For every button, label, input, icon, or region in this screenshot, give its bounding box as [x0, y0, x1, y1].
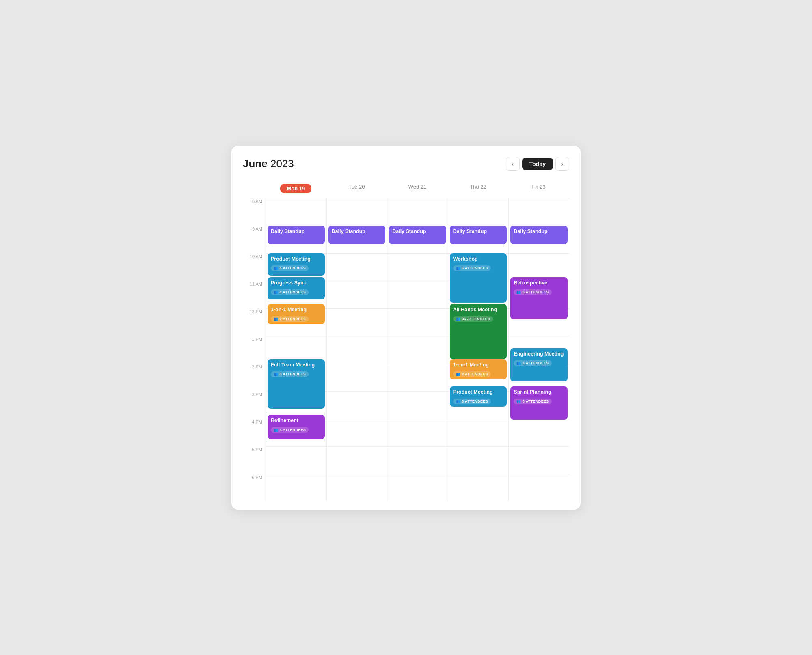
- calendar-container: June 2023 ‹ Today › Mon 19 Tue 20 Wed 21…: [231, 146, 581, 510]
- day-header-mon: Mon 19: [266, 181, 326, 198]
- calendar-body: 8 AM9 AM10 AM11 AM12 PM1 PM2 PM3 PM4 PM5…: [243, 198, 569, 502]
- event-title: Retrospective: [514, 280, 564, 286]
- day-col-thu: Daily StandupWorkshop👥 6 AttendeesAll Ha…: [448, 198, 509, 502]
- nav-controls: ‹ Today ›: [506, 157, 569, 171]
- attendees-badge: 👥 2 Attendees: [271, 316, 309, 322]
- calendar-event[interactable]: Product Meeting👥 6 Attendees: [450, 386, 507, 407]
- prev-button[interactable]: ‹: [506, 157, 520, 171]
- attendees-icon: 👥: [456, 399, 460, 403]
- attendees-badge: 👥 8 Attendees: [514, 289, 551, 295]
- event-title: Daily Standup: [453, 228, 504, 235]
- calendar-event[interactable]: Workshop👥 6 Attendees: [450, 253, 507, 303]
- attendees-badge: 👥 6 Attendees: [271, 265, 309, 271]
- calendar-event[interactable]: Daily Standup: [450, 226, 507, 244]
- event-title: Engineering Meeting: [514, 351, 564, 357]
- time-label: 1 PM: [243, 336, 266, 364]
- calendar-event[interactable]: Daily Standup: [328, 226, 386, 244]
- event-title: All Hands Meeting: [453, 307, 504, 313]
- attendees-icon: 👥: [274, 372, 278, 376]
- attendees-badge: 👥 3 Attendees: [514, 360, 551, 366]
- time-label: 6 PM: [243, 474, 266, 502]
- attendees-icon: 👥: [274, 290, 278, 294]
- event-title: 1-on-1 Meeting: [271, 307, 322, 313]
- event-title: Daily Standup: [271, 228, 322, 235]
- calendar-event[interactable]: Product Meeting👥 6 Attendees: [268, 253, 325, 276]
- attendees-icon: 👥: [274, 266, 278, 270]
- day-header-tue: Tue 20: [326, 181, 387, 198]
- calendar-event[interactable]: 1-on-1 Meeting👥 2 Attendees: [268, 304, 325, 324]
- year-label: 2023: [270, 157, 294, 170]
- event-title: Daily Standup: [514, 228, 564, 235]
- event-title: Refinement: [271, 418, 322, 424]
- event-title: Product Meeting: [453, 389, 504, 395]
- days-grid: Daily StandupProduct Meeting👥 6 Attendee…: [266, 198, 569, 502]
- time-label: 2 PM: [243, 364, 266, 391]
- day-headers: Mon 19 Tue 20 Wed 21 Thu 22 Fri 23: [243, 181, 569, 198]
- day-col-fri: Daily StandupRetrospective👥 8 AttendeesE…: [508, 198, 569, 502]
- attendees-badge: 👥 6 Attendees: [453, 399, 491, 404]
- attendees-badge: 👥 36 Attendees: [453, 316, 493, 322]
- event-title: Product Meeting: [271, 256, 322, 262]
- event-title: Workshop: [453, 256, 504, 262]
- attendees-icon: 👥: [516, 399, 521, 403]
- day-header-thu: Thu 22: [448, 181, 509, 198]
- event-title: Sprint Planning: [514, 389, 564, 395]
- time-label: 4 PM: [243, 419, 266, 446]
- calendar-event[interactable]: All Hands Meeting👥 36 Attendees: [450, 304, 507, 359]
- next-button[interactable]: ›: [555, 157, 569, 171]
- day-col-mon: Daily StandupProduct Meeting👥 6 Attendee…: [266, 198, 326, 502]
- attendees-badge: 👥 6 Attendees: [453, 265, 491, 271]
- event-title: Full Team Meeting: [271, 362, 322, 368]
- attendees-badge: 👥 3 Attendees: [271, 427, 309, 433]
- time-label: 11 AM: [243, 281, 266, 308]
- attendees-icon: 👥: [516, 361, 521, 365]
- time-label: 8 AM: [243, 198, 266, 226]
- calendar-event[interactable]: Daily Standup: [268, 226, 325, 244]
- attendees-icon: 👥: [274, 317, 278, 321]
- calendar-event[interactable]: Full Team Meeting👥 8 Attendees: [268, 359, 325, 409]
- time-label: 10 AM: [243, 253, 266, 281]
- today-pill: Mon 19: [280, 184, 311, 193]
- calendar-event[interactable]: Sprint Planning👥 8 Attendees: [510, 386, 568, 420]
- attendees-badge: 👥 4 Attendees: [271, 289, 309, 295]
- event-title: Daily Standup: [332, 228, 382, 235]
- calendar-event[interactable]: Refinement👥 3 Attendees: [268, 415, 325, 439]
- calendar-event[interactable]: Retrospective👥 8 Attendees: [510, 277, 568, 319]
- calendar-event[interactable]: Daily Standup: [510, 226, 568, 244]
- time-column: 8 AM9 AM10 AM11 AM12 PM1 PM2 PM3 PM4 PM5…: [243, 198, 266, 502]
- attendees-icon: 👥: [456, 266, 460, 270]
- attendees-badge: 👥 2 Attendees: [453, 371, 491, 377]
- calendar-event[interactable]: Progress Sync👥 4 Attendees: [268, 277, 325, 299]
- time-label: 3 PM: [243, 391, 266, 419]
- day-col-tue: Daily Standup: [326, 198, 387, 502]
- attendees-icon: 👥: [516, 290, 521, 294]
- calendar-title: June 2023: [243, 157, 294, 170]
- attendees-icon: 👥: [274, 428, 278, 432]
- month-label: June: [243, 157, 268, 170]
- calendar-event[interactable]: Daily Standup: [389, 226, 446, 244]
- time-label: 5 PM: [243, 446, 266, 474]
- event-title: Daily Standup: [392, 228, 443, 235]
- attendees-icon: 👥: [456, 317, 460, 321]
- calendar-event[interactable]: Engineering Meeting👥 3 Attendees: [510, 348, 568, 381]
- time-label: 12 PM: [243, 308, 266, 336]
- attendees-icon: 👥: [456, 372, 460, 376]
- day-header-wed: Wed 21: [387, 181, 448, 198]
- event-title: Progress Sync: [271, 280, 322, 286]
- calendar-event[interactable]: 1-on-1 Meeting👥 2 Attendees: [450, 359, 507, 379]
- attendees-badge: 👥 8 Attendees: [271, 371, 309, 377]
- attendees-badge: 👥 8 Attendees: [514, 399, 551, 404]
- day-col-wed: Daily Standup: [387, 198, 448, 502]
- event-title: 1-on-1 Meeting: [453, 362, 504, 368]
- today-button[interactable]: Today: [522, 158, 553, 170]
- calendar-header: June 2023 ‹ Today ›: [243, 157, 569, 171]
- time-label: 9 AM: [243, 226, 266, 253]
- day-header-fri: Fri 23: [508, 181, 569, 198]
